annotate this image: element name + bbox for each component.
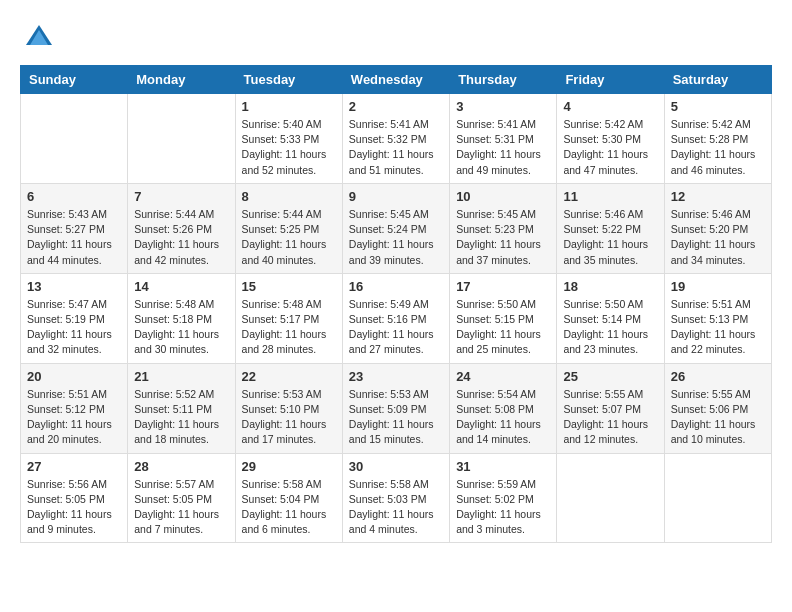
day-number: 10 xyxy=(456,189,550,204)
sunrise-text: Sunrise: 5:48 AM xyxy=(134,298,214,310)
calendar-cell: 16 Sunrise: 5:49 AM Sunset: 5:16 PM Dayl… xyxy=(342,273,449,363)
day-info: Sunrise: 5:50 AM Sunset: 5:15 PM Dayligh… xyxy=(456,297,550,358)
sunset-text: Sunset: 5:22 PM xyxy=(563,223,641,235)
calendar-cell: 28 Sunrise: 5:57 AM Sunset: 5:05 PM Dayl… xyxy=(128,453,235,543)
daylight-text: Daylight: 11 hours and 20 minutes. xyxy=(27,418,112,445)
sunset-text: Sunset: 5:20 PM xyxy=(671,223,749,235)
day-info: Sunrise: 5:58 AM Sunset: 5:04 PM Dayligh… xyxy=(242,477,336,538)
daylight-text: Daylight: 11 hours and 12 minutes. xyxy=(563,418,648,445)
logo-icon xyxy=(24,20,54,50)
day-info: Sunrise: 5:41 AM Sunset: 5:31 PM Dayligh… xyxy=(456,117,550,178)
sunrise-text: Sunrise: 5:50 AM xyxy=(456,298,536,310)
daylight-text: Daylight: 11 hours and 37 minutes. xyxy=(456,238,541,265)
daylight-text: Daylight: 11 hours and 30 minutes. xyxy=(134,328,219,355)
day-number: 27 xyxy=(27,459,121,474)
day-number: 8 xyxy=(242,189,336,204)
calendar-week-row: 13 Sunrise: 5:47 AM Sunset: 5:19 PM Dayl… xyxy=(21,273,772,363)
calendar-cell: 14 Sunrise: 5:48 AM Sunset: 5:18 PM Dayl… xyxy=(128,273,235,363)
calendar-week-row: 27 Sunrise: 5:56 AM Sunset: 5:05 PM Dayl… xyxy=(21,453,772,543)
daylight-text: Daylight: 11 hours and 3 minutes. xyxy=(456,508,541,535)
sunset-text: Sunset: 5:28 PM xyxy=(671,133,749,145)
day-number: 13 xyxy=(27,279,121,294)
logo xyxy=(20,20,54,55)
daylight-text: Daylight: 11 hours and 6 minutes. xyxy=(242,508,327,535)
calendar-cell xyxy=(664,453,771,543)
sunrise-text: Sunrise: 5:49 AM xyxy=(349,298,429,310)
calendar-cell: 7 Sunrise: 5:44 AM Sunset: 5:26 PM Dayli… xyxy=(128,183,235,273)
day-info: Sunrise: 5:56 AM Sunset: 5:05 PM Dayligh… xyxy=(27,477,121,538)
calendar-table: SundayMondayTuesdayWednesdayThursdayFrid… xyxy=(20,65,772,543)
calendar-cell: 21 Sunrise: 5:52 AM Sunset: 5:11 PM Dayl… xyxy=(128,363,235,453)
daylight-text: Daylight: 11 hours and 23 minutes. xyxy=(563,328,648,355)
calendar-week-row: 20 Sunrise: 5:51 AM Sunset: 5:12 PM Dayl… xyxy=(21,363,772,453)
sunset-text: Sunset: 5:02 PM xyxy=(456,493,534,505)
daylight-text: Daylight: 11 hours and 14 minutes. xyxy=(456,418,541,445)
logo-text xyxy=(20,20,54,55)
calendar-cell: 4 Sunrise: 5:42 AM Sunset: 5:30 PM Dayli… xyxy=(557,94,664,184)
sunrise-text: Sunrise: 5:54 AM xyxy=(456,388,536,400)
day-number: 24 xyxy=(456,369,550,384)
calendar-cell: 9 Sunrise: 5:45 AM Sunset: 5:24 PM Dayli… xyxy=(342,183,449,273)
calendar-cell xyxy=(21,94,128,184)
sunset-text: Sunset: 5:23 PM xyxy=(456,223,534,235)
calendar-cell: 23 Sunrise: 5:53 AM Sunset: 5:09 PM Dayl… xyxy=(342,363,449,453)
day-info: Sunrise: 5:58 AM Sunset: 5:03 PM Dayligh… xyxy=(349,477,443,538)
sunset-text: Sunset: 5:33 PM xyxy=(242,133,320,145)
sunrise-text: Sunrise: 5:57 AM xyxy=(134,478,214,490)
calendar-cell xyxy=(128,94,235,184)
daylight-text: Daylight: 11 hours and 44 minutes. xyxy=(27,238,112,265)
day-number: 6 xyxy=(27,189,121,204)
day-number: 15 xyxy=(242,279,336,294)
calendar-cell: 20 Sunrise: 5:51 AM Sunset: 5:12 PM Dayl… xyxy=(21,363,128,453)
day-info: Sunrise: 5:48 AM Sunset: 5:18 PM Dayligh… xyxy=(134,297,228,358)
weekday-header: Monday xyxy=(128,66,235,94)
sunrise-text: Sunrise: 5:53 AM xyxy=(242,388,322,400)
day-info: Sunrise: 5:55 AM Sunset: 5:07 PM Dayligh… xyxy=(563,387,657,448)
day-number: 4 xyxy=(563,99,657,114)
daylight-text: Daylight: 11 hours and 32 minutes. xyxy=(27,328,112,355)
calendar-cell: 31 Sunrise: 5:59 AM Sunset: 5:02 PM Dayl… xyxy=(450,453,557,543)
day-number: 20 xyxy=(27,369,121,384)
day-info: Sunrise: 5:48 AM Sunset: 5:17 PM Dayligh… xyxy=(242,297,336,358)
day-info: Sunrise: 5:51 AM Sunset: 5:12 PM Dayligh… xyxy=(27,387,121,448)
daylight-text: Daylight: 11 hours and 52 minutes. xyxy=(242,148,327,175)
day-number: 5 xyxy=(671,99,765,114)
sunset-text: Sunset: 5:26 PM xyxy=(134,223,212,235)
day-info: Sunrise: 5:42 AM Sunset: 5:30 PM Dayligh… xyxy=(563,117,657,178)
day-number: 26 xyxy=(671,369,765,384)
sunrise-text: Sunrise: 5:46 AM xyxy=(671,208,751,220)
day-number: 7 xyxy=(134,189,228,204)
calendar-cell: 8 Sunrise: 5:44 AM Sunset: 5:25 PM Dayli… xyxy=(235,183,342,273)
day-number: 23 xyxy=(349,369,443,384)
day-info: Sunrise: 5:59 AM Sunset: 5:02 PM Dayligh… xyxy=(456,477,550,538)
sunset-text: Sunset: 5:03 PM xyxy=(349,493,427,505)
daylight-text: Daylight: 11 hours and 34 minutes. xyxy=(671,238,756,265)
day-info: Sunrise: 5:57 AM Sunset: 5:05 PM Dayligh… xyxy=(134,477,228,538)
calendar-cell: 22 Sunrise: 5:53 AM Sunset: 5:10 PM Dayl… xyxy=(235,363,342,453)
daylight-text: Daylight: 11 hours and 17 minutes. xyxy=(242,418,327,445)
calendar-cell: 5 Sunrise: 5:42 AM Sunset: 5:28 PM Dayli… xyxy=(664,94,771,184)
sunrise-text: Sunrise: 5:58 AM xyxy=(349,478,429,490)
calendar-week-row: 1 Sunrise: 5:40 AM Sunset: 5:33 PM Dayli… xyxy=(21,94,772,184)
calendar-cell: 27 Sunrise: 5:56 AM Sunset: 5:05 PM Dayl… xyxy=(21,453,128,543)
sunset-text: Sunset: 5:15 PM xyxy=(456,313,534,325)
sunset-text: Sunset: 5:27 PM xyxy=(27,223,105,235)
page-header xyxy=(20,20,772,55)
calendar-cell: 29 Sunrise: 5:58 AM Sunset: 5:04 PM Dayl… xyxy=(235,453,342,543)
day-info: Sunrise: 5:54 AM Sunset: 5:08 PM Dayligh… xyxy=(456,387,550,448)
day-info: Sunrise: 5:41 AM Sunset: 5:32 PM Dayligh… xyxy=(349,117,443,178)
sunrise-text: Sunrise: 5:48 AM xyxy=(242,298,322,310)
calendar-cell xyxy=(557,453,664,543)
weekday-header: Wednesday xyxy=(342,66,449,94)
day-info: Sunrise: 5:40 AM Sunset: 5:33 PM Dayligh… xyxy=(242,117,336,178)
sunset-text: Sunset: 5:05 PM xyxy=(27,493,105,505)
daylight-text: Daylight: 11 hours and 15 minutes. xyxy=(349,418,434,445)
sunrise-text: Sunrise: 5:46 AM xyxy=(563,208,643,220)
daylight-text: Daylight: 11 hours and 9 minutes. xyxy=(27,508,112,535)
day-number: 11 xyxy=(563,189,657,204)
day-info: Sunrise: 5:50 AM Sunset: 5:14 PM Dayligh… xyxy=(563,297,657,358)
day-info: Sunrise: 5:45 AM Sunset: 5:24 PM Dayligh… xyxy=(349,207,443,268)
sunrise-text: Sunrise: 5:41 AM xyxy=(349,118,429,130)
calendar-cell: 26 Sunrise: 5:55 AM Sunset: 5:06 PM Dayl… xyxy=(664,363,771,453)
sunset-text: Sunset: 5:32 PM xyxy=(349,133,427,145)
